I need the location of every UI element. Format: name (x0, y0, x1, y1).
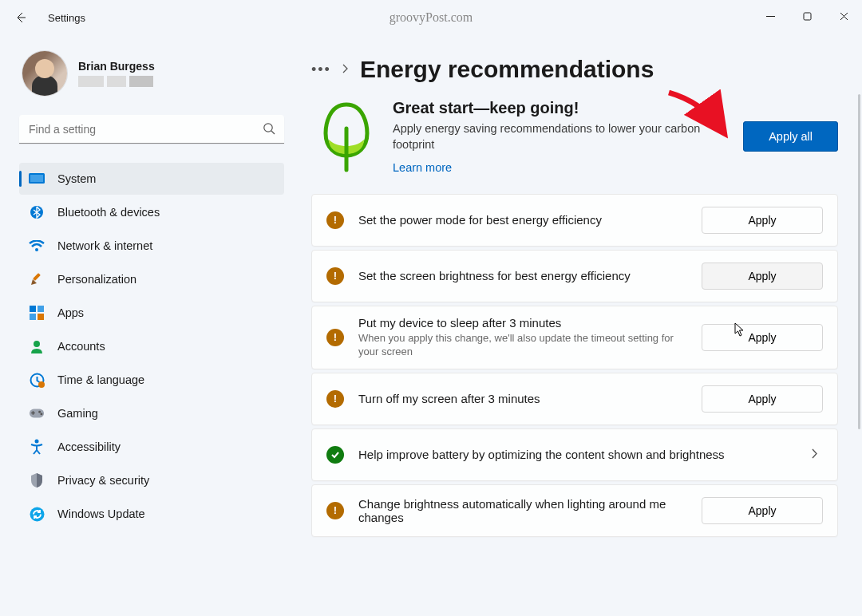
hero-description: Apply energy saving recommendations to l… (393, 120, 726, 153)
sidebar-item-label: Accounts (57, 340, 105, 353)
svg-point-18 (30, 507, 44, 521)
sidebar-item-label: Accessibility (57, 440, 121, 453)
window-title: Settings (48, 12, 85, 24)
apps-icon (29, 305, 45, 321)
hero: Great start—keep going! Apply energy sav… (311, 99, 838, 175)
maximize-button[interactable] (789, 0, 825, 32)
leaf-icon (318, 100, 375, 173)
sidebar-item-network[interactable]: Network & internet (19, 230, 284, 262)
breadcrumb: ••• Energy recommendations (311, 56, 838, 83)
sidebar-item-label: Bluetooth & devices (57, 206, 160, 219)
svg-rect-0 (804, 13, 811, 20)
svg-point-5 (35, 248, 38, 251)
update-icon (29, 506, 45, 522)
titlebar: Settings groovyPost.com (0, 0, 862, 35)
recommendation-card: ! Change brightness automatically when l… (311, 484, 838, 537)
search-icon (263, 122, 276, 139)
system-icon (29, 171, 45, 187)
sidebar-item-accounts[interactable]: Accounts (19, 330, 284, 362)
privacy-icon (29, 472, 45, 488)
sidebar-item-label: Gaming (57, 407, 98, 420)
warning-icon: ! (326, 502, 344, 519)
accounts-icon (29, 338, 45, 354)
card-title: Set the power mode for best energy effic… (358, 213, 687, 227)
sidebar-item-time[interactable]: Time & language (19, 364, 284, 396)
sidebar-item-privacy[interactable]: Privacy & security (19, 464, 284, 496)
apply-all-button[interactable]: Apply all (743, 121, 838, 152)
svg-point-13 (38, 381, 45, 388)
card-title: Help improve battery by optimizing the c… (358, 448, 793, 461)
learn-more-link[interactable]: Learn more (393, 161, 452, 174)
accessibility-icon (29, 439, 45, 455)
card-title: Turn off my screen after 3 minutes (358, 392, 687, 405)
svg-point-1 (264, 124, 272, 132)
back-button[interactable] (6, 3, 35, 32)
recommendation-list: ! Set the power mode for best energy eff… (311, 194, 838, 537)
minimize-button[interactable] (752, 0, 789, 32)
nav: SystemBluetooth & devicesNetwork & inter… (19, 163, 284, 530)
svg-point-17 (35, 440, 39, 444)
content: ••• Energy recommendations Great start—k… (295, 35, 862, 616)
svg-point-15 (38, 411, 41, 413)
sidebar-item-label: Personalization (57, 273, 136, 286)
card-title: Set the screen brightness for best energ… (358, 269, 687, 282)
sidebar-item-system[interactable]: System (19, 163, 284, 195)
time-icon (29, 372, 45, 388)
sidebar: Brian Burgess SystemBluetooth & devicesN… (0, 35, 295, 616)
warning-icon: ! (326, 211, 344, 229)
warning-icon: ! (326, 267, 344, 285)
sidebar-item-label: Apps (57, 306, 84, 319)
check-icon (326, 446, 344, 464)
svg-rect-9 (30, 314, 36, 320)
sidebar-item-accessibility[interactable]: Accessibility (19, 431, 284, 463)
close-button[interactable] (825, 0, 862, 32)
sidebar-item-bluetooth[interactable]: Bluetooth & devices (19, 196, 284, 228)
apply-button[interactable]: Apply (702, 497, 823, 524)
scrollbar[interactable] (858, 94, 860, 429)
user-meta-redacted (78, 76, 155, 87)
chevron-right-icon (342, 62, 349, 77)
watermark: groovyPost.com (389, 10, 473, 25)
recommendation-card: ! Turn off my screen after 3 minutesAppl… (311, 373, 838, 425)
svg-rect-7 (30, 306, 36, 312)
card-title: Put my device to sleep after 3 minutes (358, 316, 687, 330)
recommendation-card: ! Set the screen brightness for best ene… (311, 250, 838, 302)
recommendation-card: ! Put my device to sleep after 3 minutes… (311, 306, 838, 369)
avatar (22, 51, 67, 96)
card-subtitle: When you apply this change, we'll also u… (358, 331, 687, 359)
sidebar-item-label: System (57, 172, 96, 185)
apply-button[interactable]: Apply (702, 385, 823, 413)
network-icon (29, 238, 45, 254)
apply-button[interactable]: Apply (702, 207, 823, 234)
search-input[interactable] (19, 115, 284, 144)
warning-icon: ! (326, 329, 344, 346)
svg-rect-6 (33, 273, 41, 281)
sidebar-item-label: Privacy & security (57, 474, 149, 487)
sidebar-item-update[interactable]: Windows Update (19, 498, 284, 530)
search-field[interactable] (19, 115, 284, 144)
apply-button[interactable]: Apply (702, 324, 823, 351)
personalization-icon (29, 271, 45, 287)
svg-rect-3 (30, 175, 43, 182)
sidebar-item-gaming[interactable]: Gaming (19, 397, 284, 429)
card-title: Change brightness automatically when lig… (358, 497, 687, 524)
sidebar-item-label: Windows Update (57, 507, 145, 520)
gaming-icon (29, 405, 45, 421)
user-name: Brian Burgess (78, 60, 155, 73)
chevron-right-icon[interactable] (807, 448, 823, 462)
warning-icon: ! (326, 390, 344, 408)
svg-point-11 (34, 341, 40, 347)
breadcrumb-overflow-button[interactable]: ••• (311, 61, 331, 78)
sidebar-item-personalization[interactable]: Personalization (19, 263, 284, 295)
user-account[interactable]: Brian Burgess (19, 51, 284, 96)
svg-rect-10 (38, 314, 44, 320)
recommendation-card: Help improve battery by optimizing the c… (311, 428, 838, 481)
recommendation-card: ! Set the power mode for best energy eff… (311, 194, 838, 247)
sidebar-item-label: Time & language (57, 373, 144, 386)
sidebar-item-apps[interactable]: Apps (19, 297, 284, 329)
svg-rect-8 (38, 306, 44, 312)
svg-point-16 (40, 413, 42, 415)
bluetooth-icon (29, 204, 45, 220)
sidebar-item-label: Network & internet (57, 239, 152, 252)
apply-button[interactable]: Apply (702, 263, 823, 290)
